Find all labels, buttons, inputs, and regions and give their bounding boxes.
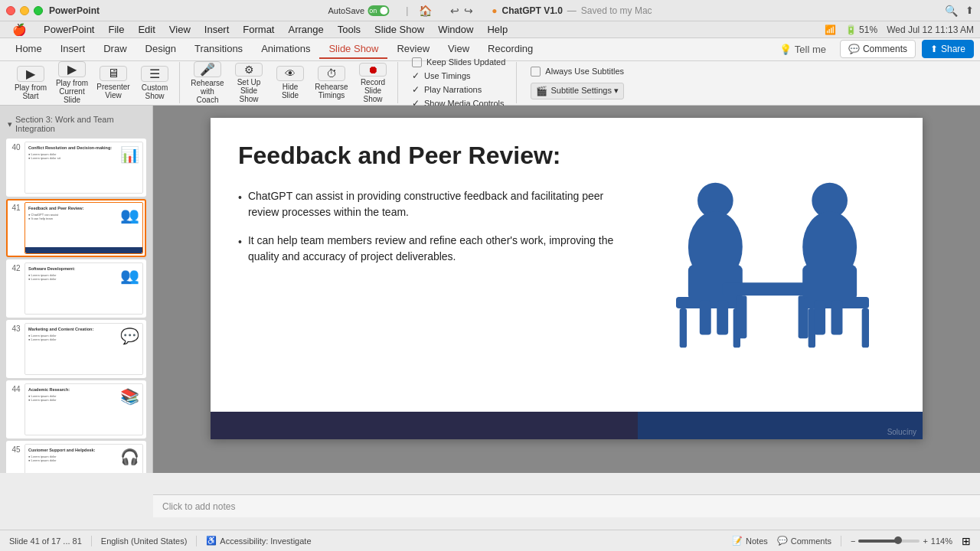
tab-animations[interactable]: Animations xyxy=(252,40,319,59)
notes-status-btn[interactable]: 📝 Notes xyxy=(732,536,768,546)
share-button[interactable]: ⬆ Share xyxy=(922,40,974,58)
titlebar-right: 🔍 ⬆ xyxy=(945,5,974,17)
slide-thumb-42[interactable]: 42 Software Development: ● Lorem ipsum d… xyxy=(6,259,146,318)
battery-icon: 🔋 51% xyxy=(845,24,877,35)
svg-rect-6 xyxy=(700,301,711,335)
use-timings-check[interactable]: ✓ Use Timings xyxy=(412,70,505,81)
titlebar: PowerPoint AutoSave on | 🏠 ↩ ↪ ● ChatGPT… xyxy=(0,0,980,21)
menu-format[interactable]: Format xyxy=(237,22,280,37)
autosave-control[interactable]: AutoSave on xyxy=(328,5,389,16)
ribbon-group-subtitles: Always Use Subtitles 🎬 Subtitle Settings… xyxy=(520,62,635,103)
slide-body: Feedback and Peer Review: • ChatGPT can … xyxy=(211,118,923,412)
notes-bar[interactable]: Click to add notes xyxy=(153,494,980,517)
autosave-toggle[interactable]: on xyxy=(368,5,389,16)
slide-thumb-45[interactable]: 45 Customer Support and Helpdesk: ● Lore… xyxy=(6,441,146,473)
content-area: Feedback and Peer Review: • ChatGPT can … xyxy=(153,106,980,473)
rehearse-coach-button[interactable]: 🎤 Rehearsewith Coach xyxy=(188,64,227,102)
doc-icon: ● xyxy=(492,5,497,16)
main-wrapper: ▾ Section 3: Work and Team Integration 4… xyxy=(0,106,980,517)
svg-rect-7 xyxy=(717,301,728,335)
fit-icon[interactable]: ⊞ xyxy=(962,535,971,547)
presenter-icon: 🖥 xyxy=(107,67,119,80)
tab-design[interactable]: Design xyxy=(136,40,185,59)
slide-bullet-1: • ChatGPT can assist in providing constr… xyxy=(238,188,635,220)
slide-panel[interactable]: ▾ Section 3: Work and Team Integration 4… xyxy=(0,106,153,473)
tab-home[interactable]: Home xyxy=(6,40,51,59)
titlebar-center: AutoSave on | 🏠 ↩ ↪ ● ChatGPT V1.0 — Sav… xyxy=(328,5,652,17)
menu-tools[interactable]: Tools xyxy=(332,22,367,37)
zoom-control[interactable]: − + 114% xyxy=(851,536,952,546)
peer-review-illustration xyxy=(665,165,880,364)
slide-thumb-40[interactable]: 40 Conflict Resolution and Decision-maki… xyxy=(6,139,146,197)
play-narrations-check[interactable]: ✓ Play Narrations xyxy=(412,84,505,95)
menu-slideshow[interactable]: Slide Show xyxy=(368,22,430,37)
slide-info: Slide 41 of 17 ... 81 xyxy=(9,536,82,546)
setup-slideshow-button[interactable]: ⚙ Set UpSlide Show xyxy=(229,64,269,102)
slide-canvas[interactable]: Feedback and Peer Review: • ChatGPT can … xyxy=(211,118,923,439)
slide-left: Feedback and Peer Review: • ChatGPT can … xyxy=(238,141,650,389)
clock: Wed Jul 12 11:13 AM xyxy=(887,24,974,35)
rehearse-timings-button[interactable]: ⏱ RehearseTimings xyxy=(312,64,351,102)
slide-thumb-44[interactable]: 44 Academic Research: ● Lorem ipsum dolo… xyxy=(6,380,146,439)
tab-transitions[interactable]: Transitions xyxy=(185,40,252,59)
statusbar: Slide 41 of 17 ... 81 English (United St… xyxy=(0,530,980,551)
apple-menu[interactable]: 🍎 xyxy=(6,21,33,38)
zoom-out-icon[interactable]: − xyxy=(851,536,855,546)
share-titlebar-icon[interactable]: ⬆ xyxy=(965,5,974,16)
zoom-level: 114% xyxy=(931,536,952,546)
svg-rect-18 xyxy=(831,301,843,335)
accessibility-status[interactable]: ♿ Accessibility: Investigate xyxy=(206,536,311,546)
close-button[interactable] xyxy=(6,6,15,15)
comments-status-btn[interactable]: 💬 Comments xyxy=(777,536,831,546)
menu-arrange[interactable]: Arrange xyxy=(282,22,329,37)
menu-edit[interactable]: Edit xyxy=(132,22,161,37)
use-timings-checkmark: ✓ xyxy=(412,70,420,81)
menu-powerpoint[interactable]: PowerPoint xyxy=(38,22,100,37)
tab-draw[interactable]: Draw xyxy=(94,40,136,59)
traffic-lights xyxy=(6,6,43,15)
ribbon-group-play: ▶ Play fromStart ▶ Play fromCurrent Slid… xyxy=(6,62,180,103)
keep-updated-checkbox[interactable] xyxy=(412,57,422,67)
keep-updated-check[interactable]: Keep Slides Updated xyxy=(412,57,505,67)
tab-review[interactable]: Review xyxy=(387,40,439,59)
play-current-icon: ▶ xyxy=(67,62,77,77)
tell-me-button[interactable]: 💡 Tell me xyxy=(772,41,834,58)
comments-icon: 💬 xyxy=(848,44,860,54)
tab-view[interactable]: View xyxy=(439,40,479,59)
menu-help[interactable]: Help xyxy=(481,22,514,37)
fullscreen-button[interactable] xyxy=(34,6,43,15)
tab-insert[interactable]: Insert xyxy=(51,40,95,59)
menu-file[interactable]: File xyxy=(102,22,130,37)
record-slideshow-button[interactable]: ⏺ RecordSlide Show xyxy=(353,64,393,102)
comments-button[interactable]: 💬 Comments xyxy=(840,40,916,58)
zoom-slider[interactable] xyxy=(858,540,920,543)
collapse-icon[interactable]: ▾ xyxy=(8,119,12,129)
menu-insert[interactable]: Insert xyxy=(198,22,236,37)
tab-recording[interactable]: Recording xyxy=(479,40,542,59)
coach-icon: 🎤 xyxy=(200,62,215,77)
menu-window[interactable]: Window xyxy=(432,22,479,37)
slide-right xyxy=(650,141,895,389)
menu-view[interactable]: View xyxy=(163,22,197,37)
tab-slideshow[interactable]: Slide Show xyxy=(319,40,387,59)
presenter-view-button[interactable]: 🖥 PresenterView xyxy=(93,64,133,102)
play-current-button[interactable]: ▶ Play fromCurrent Slide xyxy=(52,64,92,102)
subtitle-settings-button[interactable]: 🎬 Subtitle Settings ▾ xyxy=(531,83,624,99)
subtitle-options: Always Use Subtitles 🎬 Subtitle Settings… xyxy=(524,67,630,99)
zoom-in-icon[interactable]: + xyxy=(923,536,927,546)
minimize-button[interactable] xyxy=(20,6,29,15)
setup-icon: ⚙ xyxy=(244,64,254,76)
custom-show-button[interactable]: ☰ CustomShow xyxy=(135,64,175,102)
custom-show-icon: ☰ xyxy=(149,67,160,81)
slide-bullet-2: • It can help team members review and re… xyxy=(238,233,635,265)
play-from-start-button[interactable]: ▶ Play fromStart xyxy=(11,64,51,102)
slide-thumb-41[interactable]: 41 Feedback and Peer Review: ● ChatGPT c… xyxy=(6,199,146,257)
slide-watermark: Solucíny xyxy=(887,428,916,436)
home-icon[interactable]: 🏠 xyxy=(419,5,432,17)
comments-icon-status: 💬 xyxy=(777,536,788,546)
always-subtitles-check[interactable]: Always Use Subtitles xyxy=(531,67,624,77)
search-icon[interactable]: 🔍 xyxy=(945,5,958,17)
always-subtitles-checkbox[interactable] xyxy=(531,67,541,77)
hide-slide-button[interactable]: 👁 HideSlide xyxy=(270,64,310,102)
slide-thumb-43[interactable]: 43 Marketing and Content Creation: ● Lor… xyxy=(6,320,146,378)
